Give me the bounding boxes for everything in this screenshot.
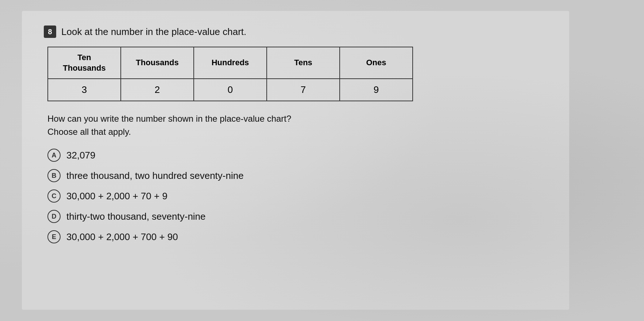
body-line2: Choose all that apply. bbox=[47, 125, 547, 138]
choice-e-circle: E bbox=[47, 230, 61, 243]
choice-c-text: 30,000 + 2,000 + 70 + 9 bbox=[66, 191, 167, 202]
question-header: 8 Look at the number in the place-value … bbox=[44, 26, 547, 38]
cell-tens: 7 bbox=[267, 79, 340, 101]
choice-a[interactable]: A 32,079 bbox=[47, 149, 547, 162]
col-header-tens: Tens bbox=[267, 47, 340, 79]
choice-a-circle: A bbox=[47, 149, 61, 162]
answer-choices-list: A 32,079 B three thousand, two hundred s… bbox=[47, 149, 547, 243]
question-number-badge: 8 bbox=[44, 26, 56, 38]
question-instruction: Look at the number in the place-value ch… bbox=[61, 26, 246, 38]
choice-d[interactable]: D thirty-two thousand, seventy-nine bbox=[47, 210, 547, 223]
choice-e-text: 30,000 + 2,000 + 700 + 90 bbox=[66, 231, 178, 243]
table-header-row: TenThousands Thousands Hundreds Tens One… bbox=[48, 47, 413, 79]
question-body: How can you write the number shown in th… bbox=[47, 112, 547, 138]
col-header-ten-thousands: TenThousands bbox=[48, 47, 121, 79]
col-header-thousands: Thousands bbox=[121, 47, 194, 79]
choice-b[interactable]: B three thousand, two hundred seventy-ni… bbox=[47, 169, 547, 182]
choice-c-circle: C bbox=[47, 189, 61, 203]
choice-d-text: thirty-two thousand, seventy-nine bbox=[66, 211, 206, 222]
col-header-hundreds: Hundreds bbox=[194, 47, 267, 79]
cell-ten-thousands: 3 bbox=[48, 79, 121, 101]
cell-ones: 9 bbox=[340, 79, 413, 101]
choice-d-circle: D bbox=[47, 210, 61, 223]
choice-a-text: 32,079 bbox=[66, 150, 96, 161]
choice-c[interactable]: C 30,000 + 2,000 + 70 + 9 bbox=[47, 189, 547, 203]
cell-hundreds: 0 bbox=[194, 79, 267, 101]
table-data-row: 3 2 0 7 9 bbox=[48, 79, 413, 101]
cell-thousands: 2 bbox=[121, 79, 194, 101]
col-header-ones: Ones bbox=[340, 47, 413, 79]
choice-b-text: three thousand, two hundred seventy-nine bbox=[66, 170, 244, 181]
place-value-table: TenThousands Thousands Hundreds Tens One… bbox=[47, 47, 413, 101]
choice-e[interactable]: E 30,000 + 2,000 + 700 + 90 bbox=[47, 230, 547, 243]
choice-b-circle: B bbox=[47, 169, 61, 182]
body-line1: How can you write the number shown in th… bbox=[47, 112, 547, 125]
page-container: 8 Look at the number in the place-value … bbox=[22, 11, 569, 310]
